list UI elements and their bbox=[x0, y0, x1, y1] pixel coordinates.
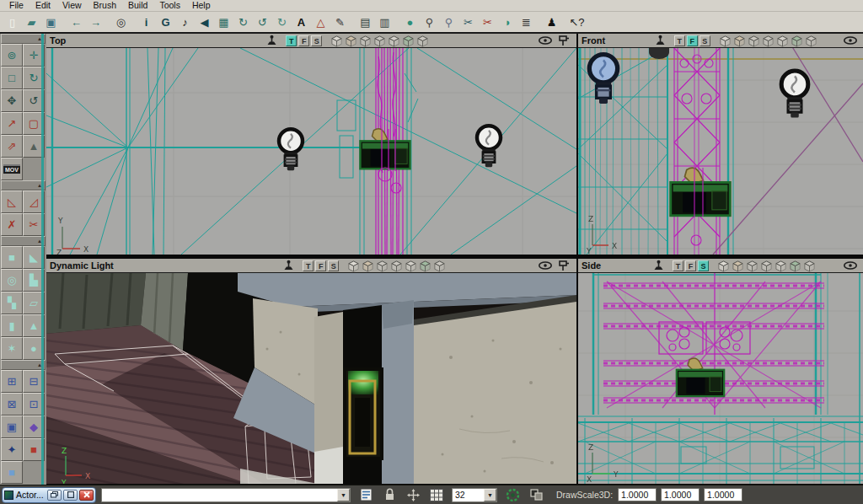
terrain-sphere-button[interactable]: ◑ bbox=[498, 13, 516, 31]
render-bsp-cuts-icon[interactable] bbox=[373, 35, 386, 47]
sound-browser-button[interactable]: ◀ bbox=[196, 13, 213, 31]
render-textured-icon[interactable] bbox=[776, 35, 789, 47]
render-texture-usage-icon[interactable] bbox=[376, 260, 389, 272]
view-mode-t-button[interactable]: T bbox=[286, 35, 297, 46]
render-depth-icon[interactable] bbox=[416, 35, 429, 47]
play-map-button[interactable]: ● bbox=[401, 13, 419, 31]
menu-edit[interactable]: Edit bbox=[29, 0, 56, 11]
view-mode-t-button[interactable]: T bbox=[673, 260, 683, 271]
viewport-titlebar-side[interactable]: Side TFS bbox=[578, 259, 863, 273]
context-help-button[interactable]: ↖? bbox=[568, 13, 586, 31]
save-map-button[interactable]: ▣ bbox=[42, 13, 60, 31]
view-mode-t-button[interactable]: T bbox=[303, 260, 314, 271]
viewport-titlebar-front[interactable]: Front TFS bbox=[578, 34, 863, 48]
move-actor-tool[interactable]: ✥ bbox=[1, 89, 23, 112]
render-zones-icon[interactable] bbox=[362, 260, 374, 272]
realtime-preview-icon[interactable] bbox=[843, 260, 858, 271]
toggle-lights-button[interactable]: ⚲ bbox=[440, 13, 458, 31]
menu-tools[interactable]: Tools bbox=[153, 0, 186, 11]
grid-size-combobox[interactable]: 32 ▼ bbox=[452, 488, 497, 502]
top-viewport-canvas[interactable]: Y X Z bbox=[46, 48, 576, 255]
drawscale-z-field[interactable] bbox=[704, 488, 742, 501]
view-mode-s-button[interactable]: S bbox=[311, 35, 322, 46]
path-tool-button[interactable]: ✂ bbox=[459, 13, 477, 31]
view-mode-f-button[interactable]: F bbox=[298, 35, 309, 46]
render-textured-icon[interactable] bbox=[775, 260, 787, 272]
realtime-preview-icon[interactable] bbox=[538, 260, 553, 271]
view-mode-s-button[interactable]: S bbox=[698, 260, 709, 271]
realtime-preview-icon[interactable] bbox=[843, 35, 858, 46]
side-viewport-canvas[interactable]: X Z Y X bbox=[578, 273, 863, 484]
drawscale-y-field[interactable] bbox=[661, 488, 700, 501]
render-wireframe-icon[interactable] bbox=[719, 35, 732, 47]
render-depth-icon[interactable] bbox=[803, 260, 816, 272]
pushpin-icon[interactable] bbox=[556, 260, 571, 271]
terraced-builder[interactable]: ▚ bbox=[1, 292, 23, 314]
render-lighting-icon[interactable] bbox=[789, 260, 801, 272]
brush-scale-tool[interactable]: ⇗ bbox=[1, 135, 23, 158]
csg-intersect-button[interactable]: ⊠ bbox=[1, 393, 23, 416]
render-bsp-cuts-icon[interactable] bbox=[390, 260, 403, 272]
cube-builder[interactable]: ■ bbox=[1, 246, 23, 269]
spiral-stair-builder[interactable]: ◎ bbox=[1, 269, 23, 292]
window-restore-button[interactable] bbox=[47, 490, 62, 501]
maximize-viewport-icon[interactable] bbox=[528, 487, 544, 502]
prefab-browser-button[interactable]: ↺ bbox=[254, 13, 271, 31]
bsp-rebuild-button[interactable]: △ bbox=[312, 13, 330, 31]
perspective-viewport-canvas[interactable]: Z X Y bbox=[46, 273, 576, 484]
realtime-preview-icon[interactable] bbox=[538, 35, 553, 46]
add-light-button[interactable]: ⚲ bbox=[421, 13, 438, 31]
font-tool-button[interactable]: A bbox=[292, 13, 310, 31]
actor-mode-icon[interactable] bbox=[654, 35, 667, 46]
editor-panel-2-button[interactable]: ▥ bbox=[376, 13, 394, 31]
render-depth-icon[interactable] bbox=[805, 35, 817, 47]
actor-class-combobox[interactable]: ▼ bbox=[101, 488, 351, 502]
render-lighting-icon[interactable] bbox=[402, 35, 415, 47]
menu-file[interactable]: File bbox=[3, 0, 29, 11]
sidebar-section-header-csg[interactable]: ▲ bbox=[1, 360, 46, 370]
select-cube-tool[interactable]: □ bbox=[1, 67, 23, 89]
lock-selections-icon[interactable] bbox=[381, 487, 398, 502]
camera-mode-tool[interactable]: ⊚ bbox=[1, 44, 23, 67]
new-map-button[interactable]: ▯ bbox=[3, 13, 21, 31]
cylinder-builder[interactable]: ▮ bbox=[1, 314, 23, 337]
window-close-button[interactable] bbox=[79, 490, 94, 501]
viewport-titlebar-dynamic-light[interactable]: Dynamic Light TFS bbox=[46, 259, 576, 273]
machine-actor-3d[interactable] bbox=[345, 369, 382, 458]
render-lighting-icon[interactable] bbox=[419, 260, 432, 272]
rotation-grid-icon[interactable] bbox=[504, 487, 521, 502]
menu-help[interactable]: Help bbox=[186, 0, 217, 11]
view-mode-f-button[interactable]: F bbox=[685, 260, 696, 271]
render-zones-icon[interactable] bbox=[345, 35, 357, 47]
music-browser-button[interactable]: ♪ bbox=[176, 13, 194, 31]
menu-build[interactable]: Build bbox=[122, 0, 153, 11]
grid-toggle-icon[interactable] bbox=[428, 487, 445, 502]
pushpin-icon[interactable] bbox=[556, 35, 571, 46]
path-cut-button[interactable]: ✂ bbox=[479, 13, 496, 31]
undo-button[interactable]: ← bbox=[67, 13, 85, 31]
redo-button[interactable]: → bbox=[87, 13, 105, 31]
view-mode-s-button[interactable]: S bbox=[328, 260, 339, 271]
view-mode-f-button[interactable]: F bbox=[315, 260, 326, 271]
render-bsp-cuts-icon[interactable] bbox=[762, 35, 775, 47]
render-wireframe-icon[interactable] bbox=[347, 260, 360, 272]
drawscale-x-field[interactable] bbox=[618, 488, 657, 501]
render-lighting-icon[interactable] bbox=[791, 35, 803, 47]
render-zones-icon[interactable] bbox=[733, 35, 746, 47]
brush-polys-button[interactable]: ✦ bbox=[1, 438, 23, 461]
special-brush-button[interactable]: ▣ bbox=[1, 416, 23, 438]
sidebar-section-header-clipping[interactable]: ▲ bbox=[1, 180, 46, 190]
actor-class-browser-button[interactable]: i bbox=[137, 13, 155, 31]
glass-cube-button[interactable]: ■ bbox=[1, 461, 23, 484]
volumetric-builder[interactable]: ✶ bbox=[1, 337, 23, 360]
render-texture-usage-icon[interactable] bbox=[748, 35, 760, 47]
window-maximize-button[interactable] bbox=[63, 490, 78, 501]
menu-brush[interactable]: Brush bbox=[88, 0, 122, 11]
render-texture-usage-icon[interactable] bbox=[746, 260, 758, 272]
actor-mode-icon[interactable] bbox=[282, 260, 295, 271]
add-actor-button[interactable]: ♟ bbox=[543, 13, 560, 31]
front-viewport-canvas[interactable]: Z X Y bbox=[578, 48, 863, 255]
view-mode-t-button[interactable]: T bbox=[674, 35, 685, 46]
movie-record-tool[interactable]: MOV bbox=[1, 158, 23, 180]
csg-add-button[interactable]: ⊞ bbox=[1, 370, 23, 393]
